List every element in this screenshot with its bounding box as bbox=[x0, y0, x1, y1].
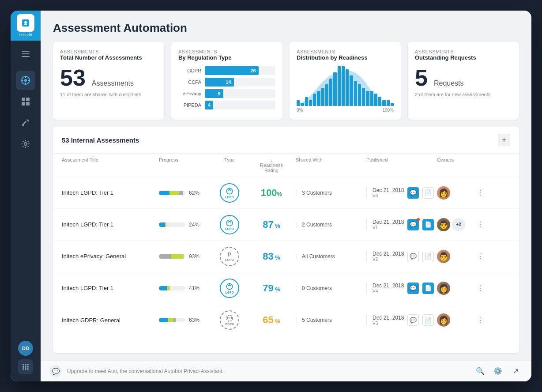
table-row: Initech LGPD: Tier 1 41% bbox=[53, 272, 519, 304]
progress-cell-2: 24% bbox=[159, 222, 212, 228]
bar-fill-eprivacy: 9 bbox=[205, 89, 223, 98]
progress-bar-1 bbox=[159, 191, 185, 195]
svg-point-21 bbox=[23, 366, 24, 368]
col-header-progress: Progress bbox=[159, 157, 212, 173]
bar-row-gdpr: GDPR 26 bbox=[178, 66, 275, 75]
progress-pct-5: 63% bbox=[189, 317, 199, 323]
more-menu-2[interactable]: ⋮ bbox=[475, 219, 486, 230]
sidebar: securiti bbox=[11, 11, 41, 381]
progress-pct-4: 41% bbox=[189, 285, 199, 291]
logo-area: securiti bbox=[11, 11, 41, 41]
owner-avatar-3: 👨 bbox=[437, 250, 450, 263]
bottom-right-icons: 🔍 ⚙️ ↗ bbox=[473, 364, 523, 378]
stat-label-2: Assessments bbox=[178, 49, 275, 54]
svg-rect-12 bbox=[22, 98, 25, 101]
type-cell-1: LGPD bbox=[212, 183, 247, 203]
bar-track-eprivacy: 9 bbox=[205, 89, 275, 98]
search-icon[interactable]: 🔍 bbox=[473, 364, 487, 378]
col-header-owners: Owners bbox=[437, 157, 486, 173]
svg-point-28 bbox=[229, 188, 230, 190]
readiness-cell-5: 65 % bbox=[247, 314, 296, 326]
svg-point-23 bbox=[27, 366, 29, 368]
sidebar-item-tools[interactable] bbox=[16, 113, 35, 132]
stat-sub-4: 2 of them are for new assessments bbox=[415, 92, 512, 97]
bottom-bar-text: Upgrade to meet Auti, the conversational… bbox=[67, 368, 468, 374]
sidebar-item-privacy[interactable] bbox=[16, 71, 35, 90]
readiness-cell-1: 100% bbox=[247, 187, 296, 199]
chat-icon-1[interactable]: 💬 bbox=[407, 187, 419, 199]
type-cell-5: EU GDPR bbox=[212, 310, 247, 330]
shared-cell-4: 0 Customers bbox=[296, 285, 366, 291]
menu-toggle[interactable] bbox=[11, 44, 41, 64]
shared-count-4: 0 Customers bbox=[302, 285, 332, 291]
file-icon-3[interactable]: 📄 bbox=[422, 251, 434, 262]
file-icon-5[interactable]: 📄 bbox=[422, 314, 434, 326]
owners-cell-5: 👩 ⋮ bbox=[437, 313, 486, 327]
chat-bubble-icon: 💬 bbox=[49, 365, 62, 377]
col-header-type: Type bbox=[212, 157, 247, 173]
bar-row-ccpa: CCPA 14 bbox=[178, 78, 275, 87]
sidebar-item-dashboard[interactable] bbox=[16, 92, 35, 111]
pub-ver-3: V2 bbox=[373, 257, 404, 262]
svg-point-30 bbox=[229, 220, 230, 222]
bar-label-gdpr: GDPR bbox=[178, 68, 201, 73]
chat-icon-4[interactable]: 💬 bbox=[407, 283, 419, 294]
owner-avatar-1: 👩 bbox=[437, 186, 450, 200]
stat-label-1: Assessments bbox=[60, 49, 157, 54]
row-title-5: Initech GDPR: General bbox=[62, 317, 159, 324]
more-menu-4[interactable]: ⋮ bbox=[475, 283, 486, 294]
type-badge-5: EU GDPR bbox=[220, 310, 239, 330]
stats-row: Assessments Total Number of Assessments … bbox=[41, 42, 531, 127]
svg-point-17 bbox=[24, 143, 27, 145]
col-header-readiness: ↓ Readiness Rating bbox=[247, 157, 296, 173]
progress-bar-5 bbox=[159, 318, 185, 322]
apps-icon[interactable] bbox=[18, 359, 33, 374]
main-content: Assessment Automation Assessments Total … bbox=[41, 11, 531, 381]
stat-number-1: 53 bbox=[60, 66, 86, 89]
chat-icon-2[interactable]: 💬 bbox=[407, 219, 419, 230]
row-title-1: Initech LGPD: Tier 1 bbox=[62, 189, 159, 196]
bar-row-eprivacy: ePrivacy 9 bbox=[178, 89, 275, 98]
more-menu-5[interactable]: ⋮ bbox=[475, 315, 486, 325]
chat-icon-5[interactable]: 💬 bbox=[407, 314, 419, 326]
stat-card-outstanding: Assessments Outstanding Requests 5 Reque… bbox=[408, 42, 519, 120]
add-assessment-button[interactable]: + bbox=[498, 134, 510, 146]
shared-cell-5: 5 Customers bbox=[296, 317, 366, 323]
pub-date-1: Dec 21, 2018 bbox=[373, 187, 404, 193]
file-icon-4[interactable]: 📄 bbox=[422, 283, 434, 294]
bar-value-eprivacy: 9 bbox=[218, 91, 220, 96]
owner-extra-2: +2 bbox=[452, 218, 465, 231]
stat-unit-1: Assessments bbox=[92, 79, 134, 87]
chat-icon-3[interactable]: 💬 bbox=[407, 251, 419, 262]
shared-cell-3: All Customers bbox=[296, 253, 366, 260]
table-row: Initech ePrivacy: General 93% P LGPD bbox=[53, 241, 519, 272]
type-badge-3: P LGPD bbox=[220, 247, 239, 266]
table-header: 53 Internal Assessments + bbox=[53, 127, 519, 154]
stat-unit-4: Requests bbox=[434, 79, 464, 87]
more-menu-1[interactable]: ⋮ bbox=[475, 188, 486, 198]
filter-icon[interactable]: ⚙️ bbox=[491, 364, 505, 378]
bar-row-pipeda: PIPEDA 4 bbox=[178, 101, 275, 109]
bar-value-gdpr: 26 bbox=[250, 68, 256, 73]
svg-rect-14 bbox=[22, 102, 25, 106]
progress-pct-1: 62% bbox=[189, 190, 199, 196]
progress-cell-1: 62% bbox=[159, 190, 212, 196]
user-avatar[interactable]: DB bbox=[18, 341, 33, 356]
more-menu-3[interactable]: ⋮ bbox=[475, 251, 486, 262]
progress-bar-4 bbox=[159, 286, 185, 290]
svg-rect-15 bbox=[26, 102, 30, 106]
sidebar-bottom: DB bbox=[18, 341, 33, 381]
svg-point-1 bbox=[24, 21, 27, 24]
table-title: 53 Internal Assessments bbox=[62, 136, 139, 144]
distribution-chart bbox=[297, 66, 394, 106]
file-icon-2[interactable]: 📄 bbox=[422, 219, 434, 230]
readiness-val-2: 87 % bbox=[263, 219, 280, 230]
stat-number-4: 5 bbox=[415, 66, 428, 89]
file-icon-1[interactable]: 📄 bbox=[422, 187, 434, 199]
pub-ver-1: V3 bbox=[373, 193, 404, 198]
sidebar-item-settings[interactable] bbox=[16, 134, 35, 154]
svg-rect-4 bbox=[22, 53, 30, 54]
readiness-val-4: 79 % bbox=[263, 283, 280, 294]
export-icon[interactable]: ↗ bbox=[508, 364, 523, 378]
pub-date-4: Dec 21, 2018 bbox=[373, 283, 404, 289]
